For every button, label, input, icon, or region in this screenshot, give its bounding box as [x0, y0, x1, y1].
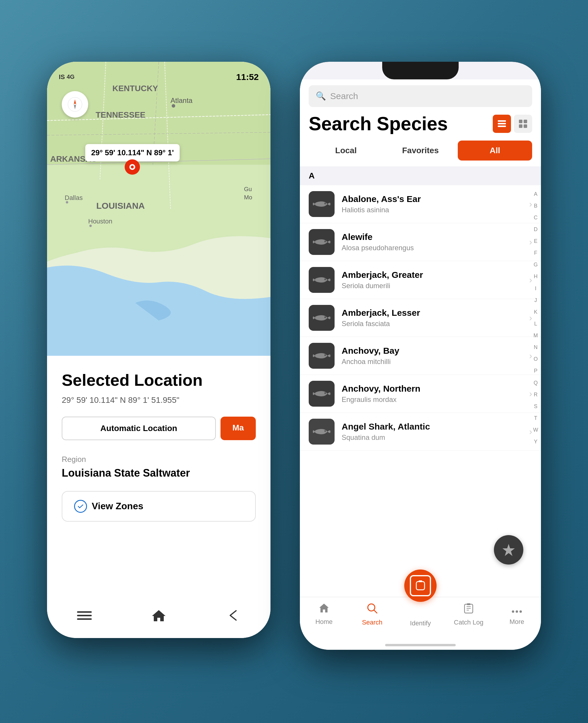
- alpha-t[interactable]: T: [530, 416, 541, 421]
- search-input[interactable]: Search: [330, 91, 358, 101]
- species-name: Amberjack, Greater: [342, 270, 526, 280]
- alphabet-index[interactable]: A B C D E F G H I J K L M: [530, 185, 541, 451]
- svg-point-8: [172, 104, 175, 108]
- left-phone: KENTUCKY TENNESSEE Atlanta ARKANSAS LOUI…: [47, 62, 271, 638]
- alpha-e[interactable]: E: [530, 238, 541, 244]
- species-name: Amberjack, Lesser: [342, 308, 526, 318]
- species-latin: Seriola dumerili: [342, 282, 526, 290]
- svg-point-40: [324, 392, 326, 394]
- section-header-a: A: [300, 166, 541, 185]
- list-item[interactable]: Anchovy, Bay Anchoa mitchilli ›: [300, 337, 541, 375]
- species-latin: Seriola fasciata: [342, 320, 526, 328]
- species-thumbnail: [309, 267, 335, 293]
- more-label: More: [509, 618, 524, 626]
- svg-point-37: [324, 278, 326, 280]
- alpha-a[interactable]: A: [530, 191, 541, 197]
- svg-point-14: [89, 225, 92, 227]
- svg-rect-27: [77, 618, 92, 620]
- tab-favorites[interactable]: Favorites: [383, 141, 458, 161]
- alpha-r[interactable]: R: [530, 392, 541, 397]
- svg-point-38: [324, 316, 326, 318]
- svg-text:Dallas: Dallas: [65, 194, 83, 201]
- svg-rect-34: [524, 124, 527, 128]
- svg-rect-26: [77, 615, 92, 616]
- bottom-tab-bar: Home Search: [300, 597, 541, 650]
- search-bar[interactable]: 🔍 Search: [309, 85, 532, 107]
- species-thumbnail: [309, 381, 335, 407]
- svg-rect-45: [419, 580, 422, 582]
- status-signal: IS: [59, 73, 65, 81]
- alpha-c[interactable]: C: [530, 215, 541, 220]
- alpha-b[interactable]: B: [530, 203, 541, 209]
- map-button[interactable]: Ma: [220, 417, 256, 440]
- species-list: Abalone, Ass's Ear Haliotis asinina ›: [300, 185, 541, 451]
- location-coordinates: 29° 59' 10.114" N 89° 1' 51.955": [62, 396, 256, 405]
- nav-menu-icon[interactable]: [77, 610, 92, 622]
- map-area[interactable]: KENTUCKY TENNESSEE Atlanta ARKANSAS LOUI…: [47, 62, 271, 374]
- alpha-f[interactable]: F: [530, 250, 541, 255]
- svg-point-12: [66, 201, 68, 204]
- screen-content: 🔍 Search Search Species: [300, 79, 541, 650]
- list-item[interactable]: Amberjack, Greater Seriola dumerili ›: [300, 261, 541, 299]
- automatic-location-button[interactable]: Automatic Location: [62, 417, 216, 440]
- svg-rect-28: [498, 120, 506, 122]
- alpha-d[interactable]: D: [530, 227, 541, 232]
- region-label: Region: [62, 455, 256, 464]
- list-item[interactable]: Alewife Alosa pseudoharengus ›: [300, 223, 541, 261]
- tab-identify[interactable]: Identify: [396, 603, 444, 627]
- catch-log-label: Catch Log: [454, 619, 483, 626]
- check-icon: [74, 500, 87, 513]
- location-panel: Selected Location 29° 59' 10.114" N 89° …: [47, 356, 271, 638]
- species-thumbnail: [309, 343, 335, 369]
- alpha-s[interactable]: S: [530, 404, 541, 409]
- alpha-m[interactable]: M: [530, 333, 541, 338]
- view-zones-button[interactable]: View Zones: [62, 491, 256, 522]
- species-latin: Anchoa mitchilli: [342, 358, 526, 366]
- home-icon: [319, 603, 329, 616]
- list-item[interactable]: Abalone, Ass's Ear Haliotis asinina ›: [300, 185, 541, 223]
- alpha-l[interactable]: L: [530, 321, 541, 326]
- tab-search[interactable]: Search: [348, 603, 396, 626]
- species-info: Anchovy, Northern Engraulis mordax: [342, 384, 526, 404]
- alpha-n[interactable]: N: [530, 345, 541, 350]
- alpha-p[interactable]: P: [530, 368, 541, 374]
- search-tab-icon: [367, 603, 378, 616]
- search-icon: 🔍: [316, 91, 326, 101]
- alpha-y[interactable]: Y: [530, 439, 541, 444]
- species-info: Alewife Alosa pseudoharengus: [342, 232, 526, 252]
- star-fab-button[interactable]: [494, 535, 523, 565]
- selected-location-title: Selected Location: [62, 370, 256, 389]
- tab-local[interactable]: Local: [309, 141, 383, 161]
- list-item[interactable]: Amberjack, Lesser Seriola fasciata ›: [300, 299, 541, 337]
- navigation-bar: [47, 600, 271, 638]
- grid-view-button[interactable]: [514, 115, 532, 133]
- tab-home[interactable]: Home: [300, 603, 348, 626]
- tab-all[interactable]: All: [458, 141, 532, 161]
- svg-rect-33: [519, 124, 522, 128]
- species-info: Anchovy, Bay Anchoa mitchilli: [342, 346, 526, 366]
- nav-home-icon[interactable]: [151, 609, 166, 623]
- alpha-g[interactable]: G: [530, 262, 541, 267]
- species-name: Anchovy, Bay: [342, 346, 526, 356]
- species-latin: Engraulis mordax: [342, 396, 526, 404]
- compass-button[interactable]: [62, 91, 88, 118]
- alpha-i[interactable]: I: [530, 286, 541, 291]
- svg-point-35: [324, 203, 326, 204]
- list-item[interactable]: Angel Shark, Atlantic Squatina dum ›: [300, 413, 541, 451]
- species-thumbnail: [309, 191, 335, 217]
- list-view-button[interactable]: [493, 115, 511, 133]
- alpha-o[interactable]: O: [530, 356, 541, 362]
- tab-more[interactable]: More: [493, 603, 541, 626]
- identify-fab-button[interactable]: [404, 570, 437, 602]
- alpha-w[interactable]: W: [530, 427, 541, 432]
- tab-catch-log[interactable]: Catch Log: [444, 603, 493, 626]
- alpha-k[interactable]: K: [530, 309, 541, 315]
- svg-point-39: [324, 354, 326, 356]
- svg-rect-31: [519, 120, 522, 123]
- alpha-h[interactable]: H: [530, 274, 541, 279]
- alpha-j[interactable]: J: [530, 298, 541, 303]
- svg-rect-44: [416, 581, 424, 590]
- alpha-q[interactable]: Q: [530, 380, 541, 385]
- list-item[interactable]: Anchovy, Northern Engraulis mordax ›: [300, 375, 541, 413]
- nav-back-icon[interactable]: [226, 609, 240, 623]
